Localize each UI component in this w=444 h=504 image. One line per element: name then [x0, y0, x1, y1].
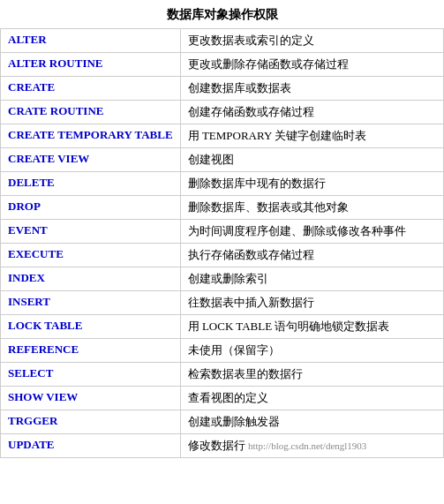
permission-desc: 用 TEMPORARY 关键字创建临时表: [180, 124, 443, 148]
table-row: DELETE删除数据库中现有的数据行: [1, 172, 444, 196]
permission-name: LOCK TABLE: [1, 315, 181, 339]
table-row: EXECUTE执行存储函数或存储过程: [1, 244, 444, 267]
permission-desc: 修改数据行 http://blog.csdn.net/dengl1903: [180, 434, 443, 458]
table-row: CRATE ROUTINE创建存储函数或存储过程: [1, 101, 444, 124]
permission-name: UPDATE: [1, 434, 181, 458]
permission-name: DELETE: [1, 172, 181, 196]
permission-desc: 用 LOCK TABLE 语句明确地锁定数据表: [180, 315, 443, 339]
permission-name: ALTER: [1, 29, 181, 53]
permission-name: EXECUTE: [1, 244, 181, 267]
permission-name: TRGGER: [1, 410, 181, 434]
table-row: LOCK TABLE用 LOCK TABLE 语句明确地锁定数据表: [1, 315, 444, 339]
permission-name: DROP: [1, 196, 181, 220]
table-row: CREATE TEMPORARY TABLE用 TEMPORARY 关键字创建临…: [1, 124, 444, 148]
page-title: 数据库对象操作权限: [0, 0, 444, 28]
table-row: REFERENCE未使用（保留字）: [1, 339, 444, 363]
permission-desc: 检索数据表里的数据行: [180, 363, 443, 387]
permission-name: ALTER ROUTINE: [1, 53, 181, 77]
permission-desc: 删除数据库、数据表或其他对象: [180, 196, 443, 220]
permission-name: SHOW VIEW: [1, 387, 181, 410]
table-row: ALTER ROUTINE更改或删除存储函数或存储过程: [1, 53, 444, 77]
permission-name: CRATE ROUTINE: [1, 101, 181, 124]
table-row: TRGGER创建或删除触发器: [1, 410, 444, 434]
table-row: CREATE创建数据库或数据表: [1, 77, 444, 101]
table-row: DROP删除数据库、数据表或其他对象: [1, 196, 444, 220]
permission-desc: 为时间调度程序创建、删除或修改各种事件: [180, 220, 443, 244]
permission-name: CREATE TEMPORARY TABLE: [1, 124, 181, 148]
permission-desc: 更改数据表或索引的定义: [180, 29, 443, 53]
permission-desc: 更改或删除存储函数或存储过程: [180, 53, 443, 77]
permission-desc: 创建视图: [180, 148, 443, 172]
permission-desc: 往数据表中插入新数据行: [180, 291, 443, 315]
permission-name: INDEX: [1, 267, 181, 291]
permission-desc: 查看视图的定义: [180, 387, 443, 410]
permission-desc: 执行存储函数或存储过程: [180, 244, 443, 267]
table-row: INDEX创建或删除索引: [1, 267, 444, 291]
table-row: SHOW VIEW查看视图的定义: [1, 387, 444, 410]
permission-name: SELECT: [1, 363, 181, 387]
permission-desc: 创建或删除触发器: [180, 410, 443, 434]
table-row: INSERT往数据表中插入新数据行: [1, 291, 444, 315]
permission-name: INSERT: [1, 291, 181, 315]
permission-desc: 创建或删除索引: [180, 267, 443, 291]
watermark-text: http://blog.csdn.net/dengl1903: [248, 440, 366, 451]
permission-desc: 创建数据库或数据表: [180, 77, 443, 101]
permission-desc: 未使用（保留字）: [180, 339, 443, 363]
permission-name: REFERENCE: [1, 339, 181, 363]
permission-name: EVENT: [1, 220, 181, 244]
table-row: SELECT检索数据表里的数据行: [1, 363, 444, 387]
permission-desc: 创建存储函数或存储过程: [180, 101, 443, 124]
table-row: EVENT为时间调度程序创建、删除或修改各种事件: [1, 220, 444, 244]
permission-desc: 删除数据库中现有的数据行: [180, 172, 443, 196]
permissions-table: ALTER更改数据表或索引的定义ALTER ROUTINE更改或删除存储函数或存…: [0, 28, 444, 458]
table-row: UPDATE修改数据行 http://blog.csdn.net/dengl19…: [1, 434, 444, 458]
table-row: CREATE VIEW创建视图: [1, 148, 444, 172]
table-row: ALTER更改数据表或索引的定义: [1, 29, 444, 53]
permission-name: CREATE: [1, 77, 181, 101]
permission-name: CREATE VIEW: [1, 148, 181, 172]
